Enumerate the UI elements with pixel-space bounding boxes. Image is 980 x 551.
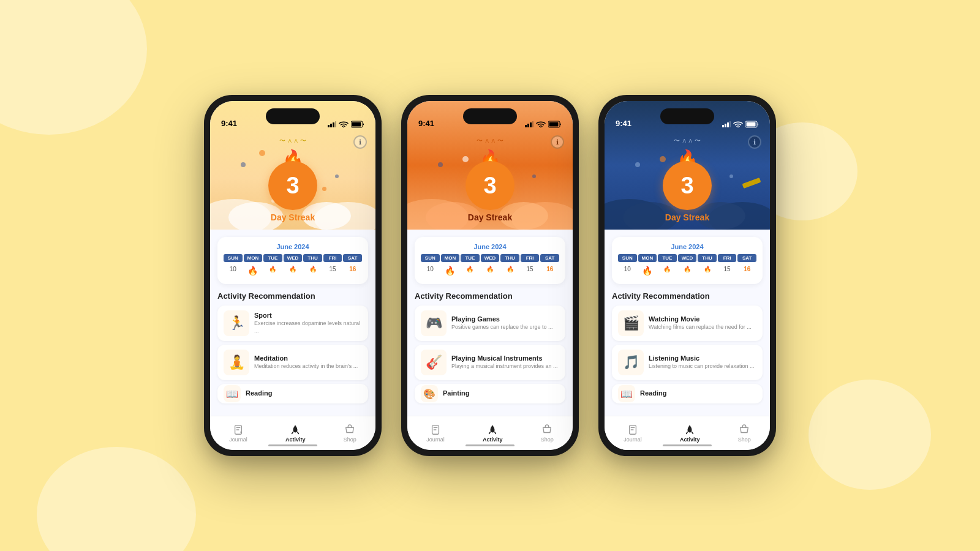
activity-title-sport: Sport xyxy=(254,312,362,319)
activity-icon-nav-1 xyxy=(290,424,301,435)
calendar-grid-3: SUN MON TUE WED THU FRI SAT 10 🔥 🔥 🔥 🔥 xyxy=(618,254,756,278)
activity-title-reading3: Reading xyxy=(640,389,666,397)
nav-activity-1[interactable]: Activity xyxy=(285,424,306,443)
info-btn-3[interactable]: ℹ xyxy=(748,135,761,149)
phone-1-inner: 9:41 〜 ∧ ∧ 〜 xyxy=(210,101,375,450)
nav-activity-3[interactable]: Activity xyxy=(680,424,700,443)
activity-title-instruments: Playing Musical Instruments xyxy=(451,354,558,362)
signal-icon-1 xyxy=(328,121,336,127)
activity-icon-painting: 🎨 xyxy=(421,385,438,402)
activity-desc-meditation: Meditation reduces activity in the brain… xyxy=(254,363,358,370)
dot-3a xyxy=(635,162,640,167)
status-icons-2 xyxy=(525,121,562,128)
activity-icon-meditation: 🧘 xyxy=(224,350,249,375)
streak-label-1: Day Streak xyxy=(271,212,315,222)
battery-icon-1 xyxy=(351,121,364,128)
phone-2-inner: 9:41 〜 ∧ ∧ 〜 ℹ xyxy=(407,101,573,450)
activity-card-3-movie[interactable]: 🎬 Watching Movie Watching films can repl… xyxy=(612,305,763,341)
nav-journal-1[interactable]: Journal xyxy=(229,424,247,443)
activity-title-meditation: Meditation xyxy=(254,354,358,362)
dynamic-island-3 xyxy=(660,108,714,124)
activity-title-reading1: Reading xyxy=(246,389,272,397)
activity-card-3-reading[interactable]: 📖 Reading xyxy=(612,384,763,403)
journal-icon-3 xyxy=(627,424,638,435)
nav-journal-3[interactable]: Journal xyxy=(624,424,642,443)
calendar-card-1: June 2024 SUN MON TUE WED THU FRI SAT 10… xyxy=(217,237,368,284)
dynamic-island-1 xyxy=(266,108,320,124)
activity-icon-movie: 🎬 xyxy=(618,310,644,336)
signal-icon-2 xyxy=(525,121,533,127)
nav-label-shop-3: Shop xyxy=(738,437,751,443)
streak-badge-1: 3 xyxy=(268,161,317,210)
nav-shop-1[interactable]: Shop xyxy=(344,424,356,443)
calendar-month-3: June 2024 xyxy=(618,243,756,250)
home-indicator-2 xyxy=(466,444,514,446)
activity-title-1: Activity Recommendation xyxy=(217,291,368,301)
screen-2: 9:41 〜 ∧ ∧ 〜 ℹ xyxy=(407,101,573,450)
nav-label-shop-1: Shop xyxy=(344,437,356,443)
activity-card-2-games[interactable]: 🎮 Playing Games Positive games can repla… xyxy=(415,305,565,341)
info-btn-2[interactable]: ℹ xyxy=(551,135,564,149)
activity-icon-games: 🎮 xyxy=(421,310,447,336)
activity-card-1-meditation[interactable]: 🧘 Meditation Meditation reduces activity… xyxy=(217,345,368,380)
streak-label-3: Day Streak xyxy=(665,212,709,222)
wifi-icon-3 xyxy=(733,121,743,128)
nav-shop-3[interactable]: Shop xyxy=(738,424,751,443)
svg-rect-14 xyxy=(722,125,724,127)
screen-3: 9:41 〜 ∧ ∧ 〜 ℹ xyxy=(605,101,770,450)
calendar-card-2: June 2024 SUN MON TUE WED THU FRI SAT 10… xyxy=(415,237,565,284)
nav-journal-2[interactable]: Journal xyxy=(426,424,445,443)
activity-card-3-music[interactable]: 🎵 Listening Music Listening to music can… xyxy=(612,345,763,380)
banner-decoration xyxy=(742,178,761,189)
activity-card-1-reading[interactable]: 📖 Reading xyxy=(217,384,368,403)
nav-shop-2[interactable]: Shop xyxy=(541,424,554,443)
shop-icon-2 xyxy=(541,424,552,435)
battery-icon-3 xyxy=(745,121,759,128)
dot-2b xyxy=(532,174,536,178)
nav-label-activity-1: Activity xyxy=(285,437,306,443)
nav-label-shop-2: Shop xyxy=(541,437,554,443)
journal-icon-2 xyxy=(430,424,441,435)
svg-rect-5 xyxy=(352,122,361,127)
signal-icon-3 xyxy=(722,121,731,127)
phone-3: 9:41 〜 ∧ ∧ 〜 ℹ xyxy=(598,95,776,456)
content-area-1: June 2024 SUN MON TUE WED THU FRI SAT 10… xyxy=(210,230,375,416)
activity-title-movie: Watching Movie xyxy=(649,315,752,323)
activity-card-1-sport[interactable]: 🏃 Sport Exercise increases dopamine leve… xyxy=(217,305,368,341)
svg-rect-8 xyxy=(527,124,529,127)
nav-label-journal-1: Journal xyxy=(229,437,247,443)
svg-rect-16 xyxy=(727,122,729,127)
calendar-grid-1: SUN MON TUE WED THU FRI SAT 10 🔥 🔥 🔥 🔥 xyxy=(224,254,362,278)
svg-rect-15 xyxy=(725,124,726,127)
activity-card-2-painting[interactable]: 🎨 Painting xyxy=(415,384,565,403)
phones-container: 9:41 〜 ∧ ∧ 〜 xyxy=(204,95,776,456)
activity-icon-sport: 🏃 xyxy=(224,310,249,336)
dot-1a xyxy=(241,162,246,167)
streak-badge-3: 3 xyxy=(663,161,712,210)
calendar-grid-2: SUN MON TUE WED THU FRI SAT 10 🔥 🔥 🔥 🔥 xyxy=(421,254,559,278)
nav-label-activity-2: Activity xyxy=(483,437,503,443)
info-btn-1[interactable]: ℹ xyxy=(353,135,367,149)
svg-rect-2 xyxy=(333,122,334,127)
activity-desc-movie: Watching films can replace the need for … xyxy=(649,324,752,331)
activity-icon-instruments: 🎸 xyxy=(421,350,447,375)
svg-rect-9 xyxy=(530,122,532,127)
activity-icon-music: 🎵 xyxy=(618,350,644,375)
dot-1d xyxy=(322,187,326,191)
status-time-1: 9:41 xyxy=(221,119,237,128)
activity-title-3: Activity Recommendation xyxy=(612,291,763,301)
nav-activity-2[interactable]: Activity xyxy=(483,424,503,443)
bg-decoration-1 xyxy=(0,0,147,135)
activity-icon-reading3: 📖 xyxy=(618,385,635,402)
svg-rect-1 xyxy=(330,124,332,127)
activity-card-2-instruments[interactable]: 🎸 Playing Musical Instruments Playing a … xyxy=(415,345,565,380)
status-icons-1 xyxy=(328,121,364,128)
nav-label-journal-3: Journal xyxy=(624,437,642,443)
content-area-2: June 2024 SUN MON TUE WED THU FRI SAT 10… xyxy=(407,230,573,416)
svg-rect-3 xyxy=(335,121,336,127)
phone-1: 9:41 〜 ∧ ∧ 〜 xyxy=(204,95,382,456)
svg-rect-19 xyxy=(747,122,756,127)
dot-1b xyxy=(335,174,339,178)
svg-rect-0 xyxy=(328,125,330,127)
bg-decoration-3 xyxy=(809,380,931,490)
